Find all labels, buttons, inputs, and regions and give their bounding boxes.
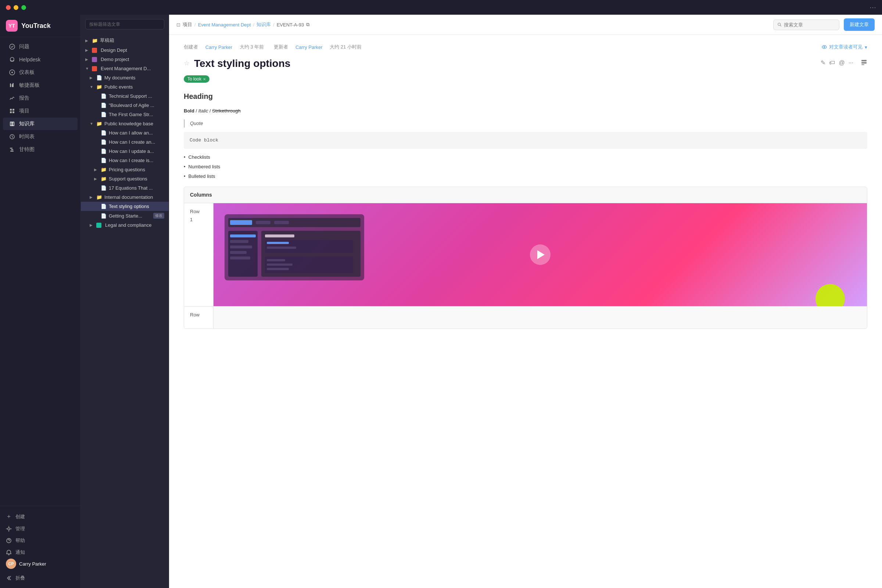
tree-item-text-styling[interactable]: ▶ 📄 Text styling options xyxy=(81,202,169,211)
svg-point-1 xyxy=(10,57,14,61)
doc-icon: 📄 xyxy=(101,158,106,163)
col-content xyxy=(213,203,867,306)
nav-notify-button[interactable]: 通知 xyxy=(6,547,75,558)
accent-circle xyxy=(816,284,845,306)
article-search[interactable] xyxy=(773,20,839,30)
article-title: Text styling options xyxy=(194,58,816,69)
columns-body: Row 1 xyxy=(184,203,867,306)
folder-colored-icon xyxy=(96,223,101,228)
nav-help-button[interactable]: 帮助 xyxy=(6,535,75,546)
collapse-nav-button[interactable]: 折叠 xyxy=(6,573,75,584)
tree-item-pricing-q[interactable]: ▶ 📁 Pricing questions xyxy=(81,165,169,174)
svg-rect-9 xyxy=(10,111,12,113)
tree-item-demo-project[interactable]: ▶ Demo project xyxy=(81,55,169,64)
tree-item-how-create[interactable]: ▶ 📄 How can I create an... xyxy=(81,138,169,147)
svg-rect-22 xyxy=(861,62,867,64)
svg-rect-14 xyxy=(10,151,14,152)
star-icon[interactable]: ☆ xyxy=(184,59,190,67)
folder-icon: 📁 xyxy=(96,194,102,200)
play-button[interactable] xyxy=(530,244,550,265)
app-container: YT YouTrack 问题 Helpdesk 仪表板 xyxy=(0,0,882,588)
sidebar-item-projects[interactable]: 项目 xyxy=(3,105,78,117)
tree-item-support-q[interactable]: ▶ 📁 Support questions xyxy=(81,174,169,183)
tree-item-public-events[interactable]: ▼ 📁 Public events xyxy=(81,82,169,92)
svg-rect-4 xyxy=(10,83,11,87)
tag-close-button[interactable]: ✕ xyxy=(203,77,206,81)
edit-icon[interactable]: ✎ xyxy=(820,59,825,66)
link-icon[interactable]: @ xyxy=(838,60,844,66)
article-body: Heading Bold / Italic / Strikethrough Qu… xyxy=(184,90,867,329)
tree-item-how-create-is[interactable]: ▶ 📄 How can I create is... xyxy=(81,156,169,165)
sidebar-item-gantt[interactable]: 甘特图 xyxy=(3,143,78,156)
check-circle-icon xyxy=(9,44,15,50)
svg-rect-32 xyxy=(230,246,252,248)
article-creator-link[interactable]: Carry Parker xyxy=(206,45,232,50)
svg-rect-28 xyxy=(274,221,289,224)
svg-rect-42 xyxy=(267,264,292,266)
nav-manage-button[interactable]: 管理 xyxy=(6,524,75,534)
tree-item-17-equations[interactable]: ▶ 📄 17 Equations That ... xyxy=(81,183,169,193)
tag-icon[interactable]: 🏷 xyxy=(829,60,835,66)
window-controls xyxy=(6,5,26,10)
maximize-window-button[interactable] xyxy=(21,5,26,10)
file-search-input[interactable] xyxy=(85,19,164,29)
article-title-row: ☆ Text styling options ✎ 🏷 @ ··· xyxy=(184,58,867,69)
copy-icon[interactable]: ⧉ xyxy=(306,22,309,28)
tree-item-public-kb[interactable]: ▼ 📁 Public knowledge base xyxy=(81,119,169,128)
article-meta: 创建者 Carry Parker 大约 3 年前 更新者 Carry Parke… xyxy=(184,44,867,50)
article-search-input[interactable] xyxy=(784,22,836,28)
columns-header: Columns xyxy=(184,187,867,204)
tree-item-legal[interactable]: ▶ Legal and compliance xyxy=(81,220,169,230)
tree-item-how-update[interactable]: ▶ 📄 How can I update a... xyxy=(81,147,169,156)
article-heading: Heading xyxy=(184,90,867,102)
tree-item-internal-docs[interactable]: ▶ 📁 Internal documentation xyxy=(81,193,169,202)
chevron-right-icon: ▶ xyxy=(94,168,99,172)
titlebar-menu-icon[interactable]: ⋯ xyxy=(870,3,876,11)
article-updater-link[interactable]: Carry Parker xyxy=(296,45,322,50)
file-tree-sidebar: ▶ 📁 草稿箱 ▶ Design Dept ▶ Demo project ▼ E… xyxy=(81,15,169,588)
user-profile[interactable]: CP Carry Parker xyxy=(6,559,75,569)
tree-item-my-docs[interactable]: ▶ 📄 My documents xyxy=(81,73,169,82)
grid-icon xyxy=(9,108,15,114)
tree-item-tech-support[interactable]: ▶ 📄 Technical Support ... xyxy=(81,92,169,101)
close-window-button[interactable] xyxy=(6,5,10,10)
article-visibility[interactable]: 对文章读者可见 ▾ xyxy=(822,44,867,50)
tree-item-design-dept[interactable]: ▶ Design Dept xyxy=(81,46,169,55)
tree-item-drafts[interactable]: ▶ 📁 草稿箱 xyxy=(81,35,169,46)
quote-block: Quote xyxy=(184,119,867,128)
minimize-window-button[interactable] xyxy=(14,5,18,10)
sidebar-item-helpdesk[interactable]: Helpdesk xyxy=(3,53,78,66)
svg-rect-21 xyxy=(861,60,867,62)
code-block: Code block xyxy=(184,132,867,149)
sidebar-item-agile[interactable]: 敏捷面板 xyxy=(3,79,78,92)
logo-text: YouTrack xyxy=(21,22,51,30)
sidebar-item-dashboard[interactable]: 仪表板 xyxy=(3,66,78,79)
video-embed[interactable] xyxy=(213,203,867,306)
svg-rect-43 xyxy=(267,268,289,270)
sidebar-item-reports[interactable]: 报告 xyxy=(3,92,78,104)
chevron-right-icon: ▶ xyxy=(85,57,90,62)
search-icon xyxy=(777,22,782,27)
dashboard-icon xyxy=(9,69,15,76)
layout-toggle[interactable] xyxy=(861,59,867,67)
svg-rect-23 xyxy=(861,64,864,65)
gantt-icon xyxy=(9,146,15,153)
tree-item-how-allow[interactable]: ▶ 📄 How can I allow an... xyxy=(81,128,169,138)
nav-create-button[interactable]: ＋ 创建 xyxy=(6,510,75,523)
chevron-right-icon: ▶ xyxy=(85,39,90,43)
breadcrumb-separator: / xyxy=(253,22,254,28)
tree-item-getting-started[interactable]: ▶ 📄 Getting Starte... 修改 xyxy=(81,211,169,220)
tree-item-first-game[interactable]: ▶ 📄 The First Game Str... xyxy=(81,110,169,119)
svg-rect-6 xyxy=(12,83,14,87)
main-header: ⊡ 项目 / Event Management Dept / 知识库 / EVE… xyxy=(169,15,882,35)
svg-rect-38 xyxy=(267,242,289,244)
sidebar-item-timeline[interactable]: 时间表 xyxy=(3,130,78,143)
svg-rect-13 xyxy=(11,149,13,150)
more-icon[interactable]: ··· xyxy=(849,60,854,66)
sidebar-item-issues[interactable]: 问题 xyxy=(3,40,78,53)
sidebar-item-knowledge[interactable]: 知识库 xyxy=(3,118,78,130)
tree-item-boulevard[interactable]: ▶ 📄 "Boulevard of Agile ... xyxy=(81,101,169,110)
new-article-button[interactable]: 新建文章 xyxy=(844,18,874,31)
tree-item-event-mgmt[interactable]: ▼ Event Management D... xyxy=(81,64,169,73)
headset-icon xyxy=(9,56,15,63)
